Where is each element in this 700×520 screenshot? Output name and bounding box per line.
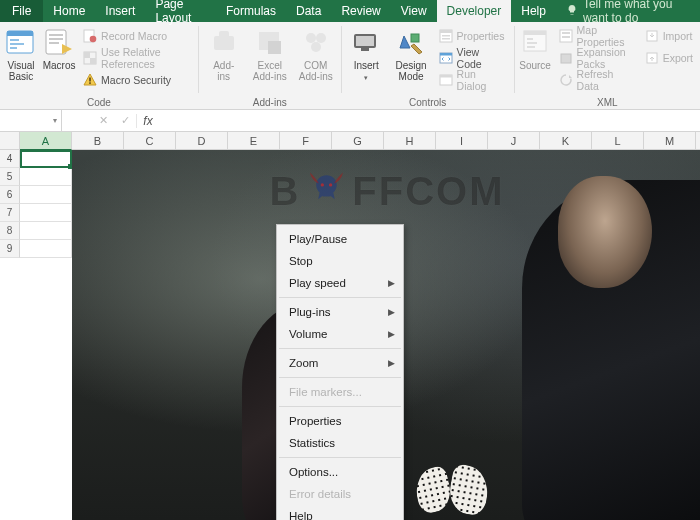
tab-data[interactable]: Data: [286, 0, 331, 22]
menu-stop[interactable]: Stop: [277, 250, 403, 272]
menu-zoom[interactable]: Zoom▶: [277, 352, 403, 374]
menu-statistics[interactable]: Statistics: [277, 432, 403, 454]
column-header-I[interactable]: I: [436, 132, 488, 149]
video-figure: [522, 180, 700, 520]
column-headers: A B C D E F G H I J K L M: [0, 132, 700, 150]
addins-button[interactable]: Add-ins: [203, 24, 245, 82]
video-overlay-butterfly: [412, 458, 492, 518]
svg-rect-39: [524, 31, 546, 35]
check-icon: ✓: [121, 114, 130, 127]
svg-rect-40: [527, 38, 533, 40]
chevron-right-icon: ▶: [388, 278, 395, 288]
source-button[interactable]: Source: [519, 24, 552, 71]
visual-basic-button[interactable]: VisualBasic: [4, 24, 38, 82]
relative-references-icon: [83, 51, 97, 65]
chevron-down-icon: ▾: [364, 74, 368, 81]
menu-options[interactable]: Options...: [277, 461, 403, 483]
select-all-corner[interactable]: [0, 132, 20, 149]
tell-me-search[interactable]: Tell me what you want to do: [556, 0, 700, 22]
column-header-L[interactable]: L: [592, 132, 644, 149]
map-properties-button[interactable]: Map Properties: [556, 26, 638, 46]
svg-rect-4: [10, 47, 17, 49]
row-header[interactable]: 9: [0, 240, 20, 258]
ribbon-group-xml: Source Map Properties Expansion Packs: [515, 22, 700, 109]
svg-rect-7: [49, 38, 63, 40]
tab-home[interactable]: Home: [43, 0, 95, 22]
view-code-button[interactable]: View Code: [436, 48, 510, 68]
insert-function-button[interactable]: fx: [137, 110, 159, 131]
properties-button[interactable]: Properties: [436, 26, 510, 46]
column-header-B[interactable]: B: [72, 132, 124, 149]
run-dialog-button[interactable]: Run Dialog: [436, 70, 510, 90]
group-label-code: Code: [4, 97, 194, 109]
tab-file[interactable]: File: [0, 0, 43, 22]
formula-cancel-button[interactable]: ✕: [92, 110, 114, 131]
column-header-D[interactable]: D: [176, 132, 228, 149]
svg-point-51: [329, 183, 332, 186]
formula-accept-button[interactable]: ✓: [114, 110, 136, 131]
tab-view[interactable]: View: [391, 0, 437, 22]
expansion-packs-button[interactable]: Expansion Packs: [556, 48, 638, 68]
design-mode-button[interactable]: DesignMode: [391, 24, 432, 82]
com-addins-icon: [300, 26, 332, 58]
bull-icon: [304, 165, 348, 218]
menu-properties[interactable]: Properties: [277, 410, 403, 432]
import-button[interactable]: Import: [642, 26, 696, 46]
menu-play-speed[interactable]: Play speed▶: [277, 272, 403, 294]
svg-rect-46: [561, 54, 571, 63]
svg-rect-16: [89, 78, 91, 82]
column-header-H[interactable]: H: [384, 132, 436, 149]
embedded-video-object[interactable]: B FFCOM Play/Pause Stop Play speed▶ Plug…: [72, 150, 700, 520]
tab-review[interactable]: Review: [331, 0, 390, 22]
ribbon-group-code: VisualBasic Macros Record Macro: [0, 22, 198, 109]
menu-volume[interactable]: Volume▶: [277, 323, 403, 345]
source-icon: [519, 26, 551, 58]
chevron-right-icon: ▶: [388, 358, 395, 368]
import-icon: [645, 29, 659, 43]
insert-controls-button[interactable]: Insert▾: [346, 24, 387, 83]
svg-point-23: [316, 33, 326, 43]
svg-point-22: [306, 33, 316, 43]
tab-formulas[interactable]: Formulas: [216, 0, 286, 22]
excel-addins-button[interactable]: ExcelAdd-ins: [249, 24, 291, 82]
svg-rect-33: [442, 38, 450, 40]
macro-security-button[interactable]: Macro Security: [80, 70, 194, 90]
tab-developer[interactable]: Developer: [437, 0, 512, 22]
column-header-M[interactable]: M: [644, 132, 696, 149]
row-header[interactable]: 8: [0, 222, 20, 240]
svg-rect-26: [356, 36, 374, 46]
view-code-icon: [439, 51, 453, 65]
column-header-A[interactable]: A: [20, 132, 72, 150]
refresh-data-button[interactable]: Refresh Data: [556, 70, 638, 90]
svg-rect-35: [440, 53, 452, 56]
bulb-icon: [566, 4, 578, 19]
column-header-K[interactable]: K: [540, 132, 592, 149]
menu-error-details: Error details: [277, 483, 403, 505]
formula-input[interactable]: [159, 110, 700, 131]
svg-rect-41: [527, 42, 537, 44]
group-label-controls: Controls: [346, 97, 510, 109]
svg-marker-47: [569, 75, 572, 78]
name-box[interactable]: ▾: [0, 110, 62, 131]
menu-plugins[interactable]: Plug-ins▶: [277, 301, 403, 323]
column-header-J[interactable]: J: [488, 132, 540, 149]
export-button[interactable]: Export: [642, 48, 696, 68]
column-header-C[interactable]: C: [124, 132, 176, 149]
row-header[interactable]: 4: [0, 150, 20, 168]
menu-help[interactable]: Help: [277, 505, 403, 520]
com-addins-button[interactable]: COMAdd-ins: [295, 24, 337, 82]
row-header[interactable]: 7: [0, 204, 20, 222]
row-header[interactable]: 5: [0, 168, 20, 186]
column-header-E[interactable]: E: [228, 132, 280, 149]
tab-insert[interactable]: Insert: [95, 0, 145, 22]
tab-help[interactable]: Help: [511, 0, 556, 22]
menu-play-pause[interactable]: Play/Pause: [277, 228, 403, 250]
row-header[interactable]: 6: [0, 186, 20, 204]
cancel-icon: ✕: [99, 114, 108, 127]
column-header-F[interactable]: F: [280, 132, 332, 149]
tab-page-layout[interactable]: Page Layout: [145, 0, 216, 22]
macros-button[interactable]: Macros: [42, 24, 76, 71]
column-header-G[interactable]: G: [332, 132, 384, 149]
record-macro-button[interactable]: Record Macro: [80, 26, 194, 46]
use-relative-references-button[interactable]: Use Relative References: [80, 48, 194, 68]
